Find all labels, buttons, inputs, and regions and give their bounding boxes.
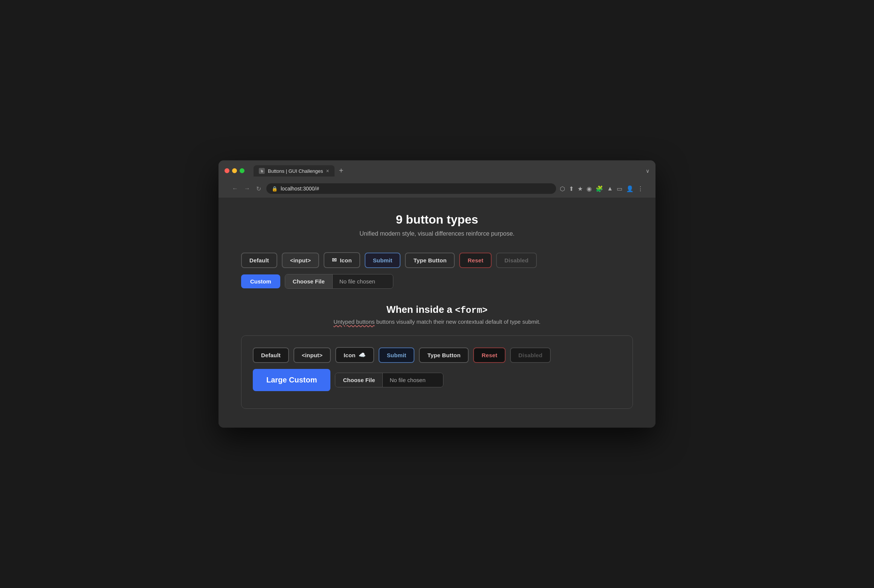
envelope-icon: ✉ xyxy=(332,257,337,264)
form-custom-row: Large Custom Choose File No file chosen xyxy=(253,369,621,391)
close-window-button[interactable] xyxy=(225,168,229,173)
form-icon-button-label: Icon xyxy=(344,352,355,358)
form-section-title-code: <form> xyxy=(455,305,487,315)
reset-button[interactable]: Reset xyxy=(459,253,492,268)
form-default-button[interactable]: Default xyxy=(253,347,289,363)
custom-button[interactable]: Custom xyxy=(241,274,280,288)
new-tab-button[interactable]: + xyxy=(336,165,347,177)
page-header: 9 button types Unified modern style, vis… xyxy=(241,213,633,237)
form-disabled-button: Disabled xyxy=(510,347,551,363)
browser-window: 🖱 Buttons | GUI Challenges × + ∨ ← → ↻ 🔒… xyxy=(218,160,656,428)
input-button[interactable]: <input> xyxy=(282,253,319,268)
extension-icon-1[interactable]: ◉ xyxy=(587,185,592,192)
top-custom-row: Custom Choose File No file chosen xyxy=(241,274,633,289)
sidebar-icon[interactable]: ▭ xyxy=(617,185,622,192)
form-submit-button[interactable]: Submit xyxy=(379,347,415,363)
share-icon[interactable]: ⬆ xyxy=(569,185,574,192)
tab-title: Buttons | GUI Challenges xyxy=(268,168,323,174)
external-link-icon[interactable]: ⬡ xyxy=(560,185,565,192)
form-no-file-chosen-label: No file chosen xyxy=(383,373,443,387)
submit-button[interactable]: Submit xyxy=(365,253,401,268)
browser-tab-active[interactable]: 🖱 Buttons | GUI Challenges × xyxy=(254,165,335,177)
form-reset-button[interactable]: Reset xyxy=(473,347,506,363)
profile-icon[interactable]: 👤 xyxy=(626,185,634,192)
no-file-chosen-label: No file chosen xyxy=(333,274,393,288)
tab-close-button[interactable]: × xyxy=(326,168,329,174)
maximize-window-button[interactable] xyxy=(240,168,244,173)
back-button[interactable]: ← xyxy=(231,184,240,193)
browser-controls: 🖱 Buttons | GUI Challenges × + ∨ xyxy=(225,165,649,177)
form-section-subtitle-rest: buttons visually match their new context… xyxy=(375,318,541,325)
bookmark-icon[interactable]: ★ xyxy=(578,185,583,192)
form-choose-file-button[interactable]: Choose File xyxy=(335,373,383,387)
browser-addressbar: ← → ↻ 🔒 localhost:3000/# ⬡ ⬆ ★ ◉ 🧩 ▲ ▭ 👤… xyxy=(225,180,649,198)
tab-favicon: 🖱 xyxy=(259,168,265,174)
choose-file-button[interactable]: Choose File xyxy=(285,274,333,288)
forward-button[interactable]: → xyxy=(243,184,252,193)
minimize-window-button[interactable] xyxy=(232,168,237,173)
address-text: localhost:3000/# xyxy=(281,186,319,192)
form-type-button-button[interactable]: Type Button xyxy=(419,347,469,363)
page-subtitle: Unified modern style, visual differences… xyxy=(241,230,633,237)
icon-button-label: Icon xyxy=(340,257,351,264)
browser-content: 9 button types Unified modern style, vis… xyxy=(218,198,656,428)
file-input-wrapper[interactable]: Choose File No file chosen xyxy=(285,274,393,289)
form-box: Default <input> Icon ☁️ Submit Type Butt… xyxy=(241,335,633,409)
icon-button[interactable]: ✉ Icon xyxy=(324,252,360,268)
form-section-title: When inside a <form> xyxy=(241,304,633,315)
nav-buttons: ← → ↻ xyxy=(231,184,263,194)
traffic-lights xyxy=(225,168,244,173)
form-icon-button[interactable]: Icon ☁️ xyxy=(335,347,374,363)
large-custom-button[interactable]: Large Custom xyxy=(253,369,330,391)
form-section-header: When inside a <form> Untyped buttons but… xyxy=(241,304,633,325)
form-section: When inside a <form> Untyped buttons but… xyxy=(241,304,633,409)
tab-bar: 🖱 Buttons | GUI Challenges × + xyxy=(254,165,643,177)
browser-titlebar: 🖱 Buttons | GUI Challenges × + ∨ ← → ↻ 🔒… xyxy=(218,160,656,198)
top-button-row: Default <input> ✉ Icon Submit Type Butto… xyxy=(241,252,633,268)
menu-icon[interactable]: ⋮ xyxy=(637,185,643,192)
toolbar-icons: ⬡ ⬆ ★ ◉ 🧩 ▲ ▭ 👤 ⋮ xyxy=(560,185,643,192)
page-title: 9 button types xyxy=(241,213,633,227)
form-file-input-wrapper[interactable]: Choose File No file chosen xyxy=(335,373,443,387)
extension-icon-3[interactable]: ▲ xyxy=(607,185,613,192)
form-button-row: Default <input> Icon ☁️ Submit Type Butt… xyxy=(253,347,621,363)
refresh-button[interactable]: ↻ xyxy=(255,184,263,194)
extension-icon-2[interactable]: 🧩 xyxy=(596,185,603,192)
untyped-buttons-text: Untyped buttons xyxy=(333,318,374,325)
form-section-title-pre: When inside a xyxy=(387,304,455,315)
address-bar[interactable]: 🔒 localhost:3000/# xyxy=(266,183,556,194)
address-security-icon: 🔒 xyxy=(272,186,278,192)
type-button-button[interactable]: Type Button xyxy=(405,253,455,268)
form-input-button[interactable]: <input> xyxy=(293,347,331,363)
disabled-button: Disabled xyxy=(496,253,537,268)
form-section-subtitle: Untyped buttons buttons visually match t… xyxy=(241,318,633,325)
default-button[interactable]: Default xyxy=(241,253,277,268)
tab-end-controls: ∨ xyxy=(646,168,649,174)
cloud-icon: ☁️ xyxy=(359,352,366,358)
